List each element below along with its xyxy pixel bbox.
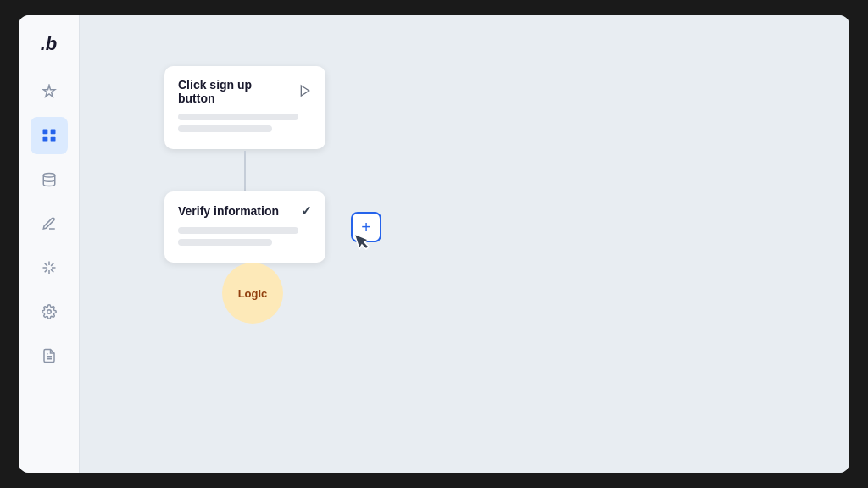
svg-point-4	[43, 174, 55, 178]
node-step2-line2	[178, 239, 272, 246]
node-step2-line1	[178, 227, 298, 234]
node-step1-line2	[178, 125, 272, 132]
flow-canvas: Click sign up button Verify information …	[80, 15, 849, 473]
node-step1[interactable]: Click sign up button	[164, 66, 326, 149]
sidebar-item-doc[interactable]	[31, 337, 68, 374]
app-screen: .b	[19, 15, 849, 473]
flow-icon	[41, 127, 58, 144]
sidebar-item-plugin[interactable]	[31, 249, 68, 286]
svg-point-5	[47, 310, 51, 314]
node-step1-line1	[178, 114, 298, 120]
sidebar-item-flow[interactable]	[31, 117, 68, 154]
pen-icon	[42, 216, 57, 231]
svg-rect-1	[50, 130, 55, 135]
sidebar: .b	[19, 15, 80, 473]
node-step2-title: Verify information ✓	[178, 203, 312, 219]
check-icon: ✓	[301, 203, 312, 219]
magic-icon	[42, 84, 57, 99]
plugin-icon	[42, 260, 57, 275]
database-icon	[42, 172, 57, 187]
doc-icon	[42, 348, 57, 363]
logic-bubble[interactable]: Logic	[222, 263, 283, 324]
node-step1-title: Click sign up button	[178, 78, 312, 105]
connector-line-1	[244, 151, 246, 193]
cursor-action-icon	[298, 84, 312, 100]
settings-icon	[42, 304, 57, 319]
node-step2[interactable]: Verify information ✓	[164, 191, 326, 263]
add-step-button[interactable]: +	[351, 212, 381, 242]
svg-rect-3	[50, 137, 55, 142]
app-logo: .b	[34, 29, 64, 59]
sidebar-item-pen[interactable]	[31, 205, 68, 242]
svg-rect-0	[42, 130, 47, 135]
sidebar-item-magic[interactable]	[31, 73, 68, 110]
sidebar-item-settings[interactable]	[31, 293, 68, 330]
svg-rect-2	[42, 137, 47, 142]
sidebar-item-database[interactable]	[31, 161, 68, 198]
